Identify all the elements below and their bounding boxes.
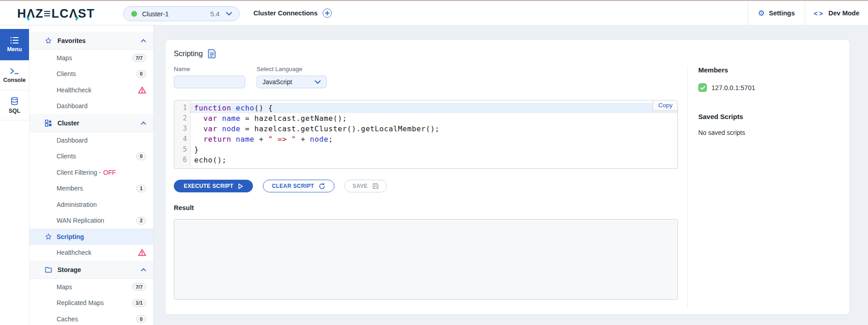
rail-label: Console <box>3 77 25 83</box>
language-select[interactable]: JavaScript <box>257 76 327 88</box>
sidebar-section-cluster[interactable]: Cluster <box>29 114 153 132</box>
sidebar-item-administration[interactable]: Administration <box>29 196 153 213</box>
sidebar-section-storage[interactable]: Storage <box>29 261 153 279</box>
line-number: 4 <box>174 134 190 144</box>
count-badge: 1/1 <box>132 299 146 307</box>
sidebar-item-healthcheck[interactable]: Healthcheck <box>29 82 153 98</box>
sidebar-item-label: Healthcheck <box>57 86 91 94</box>
code-line: var node = hazelcast.getCluster().getLoc… <box>191 124 677 134</box>
line-number: 3 <box>174 124 190 134</box>
settings-button[interactable]: ⚙ Settings <box>748 1 805 25</box>
script-name-input[interactable] <box>174 76 245 88</box>
warning-icon <box>138 249 146 256</box>
add-cluster-connection-button[interactable] <box>323 9 332 18</box>
hazelcast-logo: HΛZ≡LCΛST <box>17 7 95 21</box>
members-heading: Members <box>698 66 849 74</box>
chevron-up-icon <box>141 268 146 272</box>
sidebar-section-favorites[interactable]: Favorites <box>29 32 153 50</box>
play-icon <box>238 183 243 189</box>
star-icon <box>45 233 52 240</box>
left-rail: Menu Console SQL <box>0 25 29 325</box>
sidebar-item-clients[interactable]: Clients0 <box>29 148 153 165</box>
chevron-down-icon <box>315 80 321 84</box>
sidebar-item-label: Healthcheck <box>57 249 91 256</box>
language-field-group: Select Language JavaScript <box>257 66 327 88</box>
sidebar-item-clients[interactable]: Clients0 <box>29 66 153 82</box>
sidebar-item-maps[interactable]: Maps7/7 <box>29 50 153 66</box>
terminal-icon <box>10 67 19 75</box>
sidebar-item-maps[interactable]: Maps7/7 <box>29 279 153 295</box>
cluster-version: 5.4 <box>210 10 219 18</box>
code-editor: 123456 function echo() { var name = haze… <box>174 100 678 169</box>
sidebar-item-label: Clients <box>57 70 76 77</box>
cluster-connections-label: Cluster Connections <box>253 10 318 17</box>
save-label: SAVE <box>353 183 367 189</box>
code-line: function echo() { <box>191 103 677 113</box>
count-badge: 7/7 <box>132 54 146 62</box>
menu-icon <box>10 37 19 44</box>
dev-mode-button[interactable]: <> Dev Mode <box>805 1 868 25</box>
cluster-status-dot <box>131 11 137 17</box>
sidebar-item-replicated-maps[interactable]: Replicated Maps1/1 <box>29 295 153 311</box>
page-title: Scripting <box>174 49 203 58</box>
rail-item-menu[interactable]: Menu <box>0 29 29 61</box>
rail-item-console[interactable]: Console <box>0 61 29 91</box>
cluster-connections: Cluster Connections <box>253 1 332 25</box>
count-badge: 0 <box>136 70 146 78</box>
cluster-selector[interactable]: Cluster-1 5.4 <box>123 6 240 21</box>
refresh-icon <box>319 183 325 190</box>
cluster-name: Cluster-1 <box>142 10 169 18</box>
code-line: } <box>191 144 677 155</box>
execute-script-button[interactable]: EXECUTE SCRIPT <box>174 180 253 192</box>
folder-icon <box>45 266 52 273</box>
scripting-side-panel: Members 127.0.0.1:5701 Saved Scripts No … <box>687 40 849 314</box>
settings-label: Settings <box>769 10 795 17</box>
sidebar-item-label: Members <box>57 185 83 192</box>
document-icon <box>208 49 216 58</box>
line-number: 6 <box>174 155 190 165</box>
name-field-group: Name <box>174 66 245 88</box>
execute-label: EXECUTE SCRIPT <box>184 183 234 189</box>
section-label: Storage <box>57 266 81 273</box>
rail-label: Menu <box>7 46 22 53</box>
sidebar-item-label: Maps <box>57 283 72 291</box>
sidebar-item-label: Maps <box>57 54 72 62</box>
grid-icon <box>45 119 52 127</box>
clear-script-button[interactable]: CLEAR SCRIPT <box>263 180 334 192</box>
name-field-label: Name <box>174 66 245 72</box>
star-icon <box>45 37 52 44</box>
sidebar-item-caches[interactable]: Caches0 <box>29 311 153 325</box>
sidebar-item-label: Replicated Maps <box>57 299 104 306</box>
sidebar-item-dashboard[interactable]: Dashboard <box>29 98 153 115</box>
saved-scripts-heading: Saved Scripts <box>698 113 849 120</box>
sidebar-item-label: Administration <box>57 201 97 208</box>
count-badge: 0 <box>136 315 146 323</box>
chevron-up-icon <box>141 121 146 125</box>
copy-button[interactable]: Copy <box>653 100 677 111</box>
rail-label: SQL <box>9 108 20 114</box>
sidebar-item-wan-replication[interactable]: WAN Replication2 <box>29 213 153 229</box>
member-checkbox[interactable] <box>698 83 707 92</box>
sidebar-navigation: FavoritesMaps7/7Clients0HealthcheckDashb… <box>29 25 154 325</box>
editor-code-area[interactable]: function echo() { var name = hazelcast.g… <box>191 100 677 168</box>
count-badge: 7/7 <box>132 283 146 291</box>
language-field-label: Select Language <box>257 66 327 72</box>
sidebar-item-healthcheck[interactable]: Healthcheck <box>29 245 153 261</box>
status-off-text: OFF <box>103 169 116 176</box>
clear-label: CLEAR SCRIPT <box>272 183 314 189</box>
count-badge: 2 <box>136 217 146 225</box>
save-button[interactable]: SAVE <box>344 180 386 192</box>
code-line: echo(); <box>191 155 677 165</box>
sidebar-item-dashboard[interactable]: Dashboard <box>29 132 153 148</box>
sidebar-item-scripting[interactable]: Scripting <box>29 229 153 245</box>
code-brackets-icon: <> <box>814 10 825 17</box>
sidebar-item-client-filtering[interactable]: Client Filtering -OFF <box>29 164 153 181</box>
sidebar-item-label: Dashboard <box>57 137 88 144</box>
chevron-up-icon <box>141 39 146 43</box>
line-number: 5 <box>174 144 190 155</box>
rail-item-sql[interactable]: SQL <box>0 91 29 120</box>
result-label: Result <box>174 204 687 211</box>
dev-mode-label: Dev Mode <box>829 10 860 17</box>
line-number: 1 <box>174 103 190 113</box>
sidebar-item-members[interactable]: Members1 <box>29 181 153 197</box>
